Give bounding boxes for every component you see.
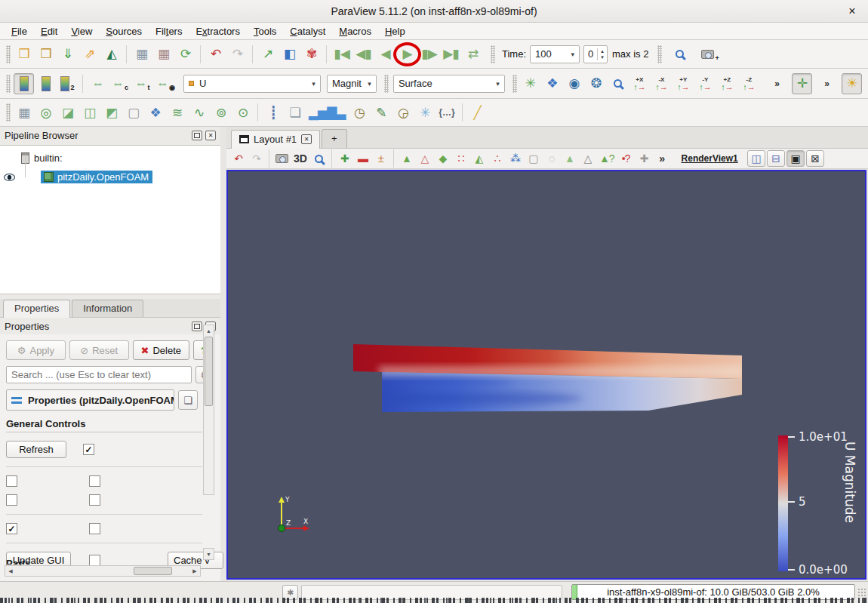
select-cells-polygon-button[interactable]: ◭ xyxy=(470,150,488,168)
subtract-selection-button[interactable]: ▬ xyxy=(354,150,371,168)
maximize-view-button[interactable]: ▣ xyxy=(786,150,805,167)
menu-macros[interactable]: Macros xyxy=(332,24,378,38)
color-bar[interactable] xyxy=(778,435,788,571)
reset-button[interactable]: ⊘ Reset xyxy=(69,340,129,360)
disconnect-server-button[interactable]: ▦ xyxy=(153,44,174,65)
scroll-right-icon[interactable]: ▶ xyxy=(189,568,200,574)
render-view-label[interactable]: RenderView1 xyxy=(682,153,738,164)
apply-button[interactable]: ⚙ Apply xyxy=(6,340,66,360)
view-plus-x-button[interactable]: +X↑→ xyxy=(629,73,650,94)
source-properties-header[interactable]: Properties (pitzDaily.OpenFOAM xyxy=(6,389,174,411)
light-kit-toggle[interactable]: ☀ xyxy=(842,73,862,94)
add-selection-button[interactable]: ✚ xyxy=(336,150,353,168)
component-combo[interactable]: Magnitude ▾ xyxy=(327,75,377,93)
checkbox-field-to-patch[interactable]: field-to-patch xyxy=(89,523,100,534)
view-minus-x-button[interactable]: -X↑→ xyxy=(651,73,672,94)
checkbox-patch-names[interactable]: Patch Names xyxy=(89,494,100,506)
edit-color-map-button[interactable] xyxy=(35,73,56,94)
view-plus-z-button[interactable]: +Z↑→ xyxy=(717,73,737,94)
redo-button[interactable]: ↷ xyxy=(227,44,248,65)
extract-level-button[interactable]: ⊙ xyxy=(232,102,253,123)
plot-over-line-button[interactable]: ┋ xyxy=(263,102,283,123)
menu-catalyst[interactable]: Catalyst xyxy=(283,24,332,38)
clip-button[interactable]: ◪ xyxy=(57,102,78,123)
save-data-button[interactable]: ⇓ xyxy=(57,44,78,65)
view-minus-y-button[interactable]: -Y↑→ xyxy=(695,73,716,94)
separate-color-map-button[interactable]: 2 xyxy=(57,73,78,94)
delete-button[interactable]: ✖ Delete xyxy=(133,340,189,360)
close-tab-icon[interactable]: ✕ xyxy=(301,134,312,144)
threshold-button[interactable]: ◩ xyxy=(101,102,122,123)
toolbar-handle[interactable] xyxy=(384,75,389,93)
menu-sources[interactable]: Sources xyxy=(99,24,149,38)
zoom-search-button[interactable] xyxy=(669,44,690,65)
undock-icon[interactable] xyxy=(192,321,202,331)
toggle-selection-button[interactable]: ± xyxy=(372,150,389,168)
undock-icon[interactable] xyxy=(192,131,202,140)
add-layout-tab[interactable]: + xyxy=(322,129,347,148)
checkbox-with-zones[interactable]: With Zones xyxy=(6,494,17,506)
generate-test-button[interactable]: ◭ xyxy=(101,44,122,65)
plot-selection-over-time-button[interactable]: ◷ xyxy=(349,102,369,123)
extract-selection-button[interactable]: ❏ xyxy=(285,102,305,123)
ruler-button[interactable]: ╱ xyxy=(467,102,488,123)
reset-camera-button[interactable]: ✳ xyxy=(520,73,540,94)
camera-undo-button[interactable]: ↶ xyxy=(229,150,247,168)
menu-file[interactable]: File xyxy=(5,24,34,38)
select-points-on-button[interactable]: △ xyxy=(416,150,433,168)
view-minus-z-button[interactable]: -Z↑→ xyxy=(739,73,759,94)
query-points-button[interactable]: •? xyxy=(617,150,635,168)
connect-server-button[interactable]: ▦ xyxy=(131,44,152,65)
tab-layout-1[interactable]: Layout #1 ✕ xyxy=(231,130,320,149)
checkbox-with-sets[interactable]: With Sets xyxy=(6,475,17,487)
checkbox-skip-0-time[interactable]: ✓Skip 0/ time xyxy=(83,444,94,455)
select-points-through-button[interactable]: ∷ xyxy=(452,150,469,168)
previous-frame-button[interactable]: ◀▮ xyxy=(353,44,374,65)
edit-palette-button[interactable]: ✾ xyxy=(301,44,322,65)
toolbar-handle[interactable] xyxy=(491,45,495,63)
pipeline-item-builtin[interactable]: builtin: xyxy=(0,150,220,166)
color-array-combo[interactable]: U ▾ xyxy=(183,75,321,93)
histogram-button[interactable]: ▂▅▇▃ xyxy=(306,102,347,123)
checkbox-groups-only[interactable]: Groups Only xyxy=(89,475,100,487)
checkbox-vtk-polyhedra[interactable]: VTK Polyhedra xyxy=(89,555,100,566)
reset-camera-closest-button[interactable]: ◉ xyxy=(564,73,584,94)
scrollbar-thumb[interactable] xyxy=(205,337,213,406)
window-close-button[interactable]: × xyxy=(844,3,860,20)
first-frame-button[interactable]: ▮◀ xyxy=(331,44,352,65)
select-points-polygon-button[interactable]: ∴ xyxy=(488,150,506,168)
view-toolbar-overflow-button[interactable]: » xyxy=(654,150,671,168)
warp-by-vector-button[interactable]: ∿ xyxy=(189,102,209,123)
toolbar-handle[interactable] xyxy=(657,45,662,63)
next-frame-button[interactable]: ▮▶ xyxy=(419,44,439,65)
orientation-axes-toggle[interactable]: ✛ xyxy=(792,73,812,94)
tab-information[interactable]: Information xyxy=(72,300,143,317)
rescale-visible-range-button[interactable]: ⇔◉ xyxy=(154,73,177,94)
loop-toggle[interactable]: ⇄ xyxy=(463,44,483,65)
rescale-temporal-range-button[interactable]: ⇔t xyxy=(132,73,152,94)
calculator-button[interactable]: ▦ xyxy=(14,102,34,123)
probe-location-button[interactable]: ✎ xyxy=(371,102,391,123)
spin-up-icon[interactable]: ▴ xyxy=(598,48,607,54)
selected-pipeline-item[interactable]: pitzDaily.OpenFOAM xyxy=(41,171,152,183)
play-button[interactable]: ▶ xyxy=(397,44,417,65)
abort-icon[interactable]: ✱ xyxy=(282,585,298,600)
menu-edit[interactable]: Edit xyxy=(34,24,64,38)
checkbox-cell-to-point[interactable]: ✓cell-to-point xyxy=(6,523,17,534)
pipeline-item-pitzdaily[interactable]: pitzDaily.OpenFOAM xyxy=(0,169,220,185)
vertical-scrollbar[interactable]: ▲ xyxy=(203,325,214,495)
menu-extractors[interactable]: Extractors xyxy=(189,24,247,38)
play-backwards-button[interactable]: ◀ xyxy=(375,44,396,65)
scroll-left-icon[interactable]: ◀ xyxy=(5,568,16,574)
spin-down-icon[interactable]: ▾ xyxy=(598,54,607,60)
select-cells-on-button[interactable]: ▲ xyxy=(398,150,415,168)
auto-apply-toggle[interactable]: ⇗ xyxy=(79,44,100,65)
close-view-button[interactable]: ⊠ xyxy=(806,150,824,167)
toolbar-handle[interactable] xyxy=(6,75,11,93)
refresh-button[interactable]: Refresh xyxy=(6,441,66,458)
glyph-button[interactable]: ❖ xyxy=(145,102,165,123)
scroll-up-icon[interactable]: ▲ xyxy=(204,325,214,336)
menu-tools[interactable]: Tools xyxy=(247,24,283,38)
menu-filters[interactable]: Filters xyxy=(149,24,189,38)
toggle-3d-mode-button[interactable]: 3D xyxy=(291,150,309,168)
